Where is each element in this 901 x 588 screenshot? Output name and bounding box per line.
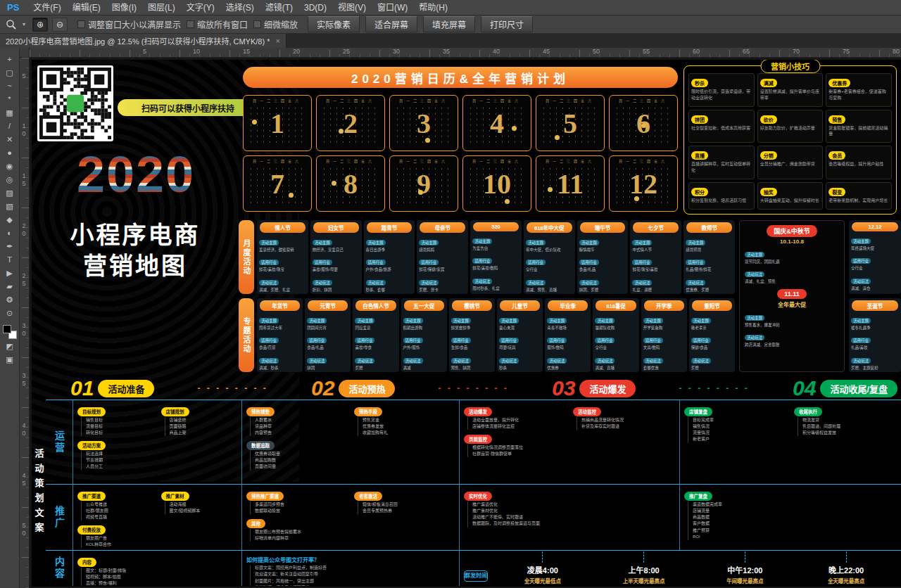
options-button[interactable]: 打印尺寸 xyxy=(481,16,533,32)
tool-marquee-tool[interactable]: ▢ xyxy=(2,67,18,79)
checkbox-box[interactable] xyxy=(253,20,261,28)
document-canvas[interactable]: 扫码可以获得小程序扶持 2020 小程序电商 营销地图 2020营销日历&全年营… xyxy=(32,60,901,587)
checkbox-box[interactable] xyxy=(77,20,85,28)
scan-hint: 扫码可以获得小程序扶持 xyxy=(118,99,258,116)
tool-crop-tool[interactable]: ▦ xyxy=(2,107,18,119)
menu-item[interactable]: 窗口(W) xyxy=(372,0,413,15)
activity-label: 适用行业 xyxy=(472,258,492,264)
activity-label: 活动玩法 xyxy=(472,279,492,284)
option-checkboxes: 调整窗口大小以满屏显示缩放所有窗口细微缩放 xyxy=(72,18,298,30)
festival-cell: 端午节活动主题粽情端午适用行业食品/礼品活动玩法拼团、买赠 xyxy=(577,220,629,294)
activities-band: 月度活动 情人节活动主题爱意经济，甜蜜营销适用行业鲜花/美妆/珠宝活动玩法满减、… xyxy=(239,220,901,372)
festival-detail: 活动玩法预售、拼团 xyxy=(451,352,493,371)
zoom-out-mode-button[interactable]: ⊖ xyxy=(52,18,68,32)
tool-shape-tool[interactable]: ▰ xyxy=(2,281,18,293)
activity-value: 囤年货过大年 xyxy=(259,326,301,331)
tool-eraser-tool[interactable]: ▨ xyxy=(2,187,18,199)
ruler-number: 15 xyxy=(20,172,27,188)
tool-move-tool[interactable]: + xyxy=(2,53,18,65)
foreground-background-swatches[interactable] xyxy=(3,325,17,339)
festival-detail: 活动主题中式情人节 xyxy=(632,234,679,253)
mindmap-item: 商品数据 xyxy=(693,514,897,520)
plan-row-operations: 运营 目标规划销售目标流量目标转化目标店铺规划店铺装修页面链路商品上架活动方案玩… xyxy=(46,400,901,484)
activity-label: 活动玩法 xyxy=(579,280,599,286)
tool-gradient-tool[interactable]: ▧ xyxy=(2,200,18,212)
tool-hand-tool[interactable]: ❂ xyxy=(2,294,18,306)
menu-item[interactable]: 图像(I) xyxy=(106,0,142,15)
festival-detail: 活动主题假期出游购 xyxy=(403,312,445,331)
tool-blur-tool[interactable]: ◆ xyxy=(2,214,18,226)
tool-brush-tool[interactable]: ● xyxy=(2,147,18,159)
timeline-time: 凌晨4:00 xyxy=(527,564,558,575)
horizontal-ruler[interactable]: 5101520253035404550556065707580 xyxy=(30,48,901,58)
mindmap-item: 目标完成率 xyxy=(693,417,787,423)
tool-zoom-tool[interactable]: ⊙ xyxy=(2,307,18,319)
mindmap-block: 预热铺垫人群蓄水货品种草内容预告 xyxy=(246,404,347,436)
qr-code xyxy=(37,65,113,141)
activity-value: 礼盒、满赠 xyxy=(632,288,679,293)
checkbox-box[interactable] xyxy=(187,20,194,28)
options-button[interactable]: 实际像素 xyxy=(308,16,360,32)
festival-detail: 活动玩法满减、预售、直播 xyxy=(526,274,573,293)
tip-card: 预售定金膨胀锁客，提前锁定活动销量 xyxy=(826,110,892,143)
phase-number: 04 xyxy=(793,376,816,400)
tool-clone-stamp-tool[interactable]: ◉ xyxy=(2,160,18,172)
tools: +▢~*▦/✕●◉◎▨▧◆◐✒T▶▰❂⊙ xyxy=(2,53,18,319)
tool-eyedropper-tool[interactable]: / xyxy=(2,120,18,132)
calendar-banner: 2020营销日历&全年营销计划 xyxy=(243,67,678,88)
quick-mask-button[interactable]: ◩ xyxy=(2,340,18,352)
foreground-color-swatch[interactable] xyxy=(3,325,11,333)
mindmap-node: 付费投放 xyxy=(77,525,106,535)
screen-mode-button[interactable]: ▣ xyxy=(2,354,18,366)
activity-value: 爱意经济，甜蜜营销 xyxy=(259,248,306,253)
tool-path-selection-tool[interactable]: ▶ xyxy=(2,267,18,279)
phase-label: 活动准备 xyxy=(98,380,154,397)
festival-cell: 元宵节活动主题团圆闹元宵适用行业食品/礼品活动玩法拼团 xyxy=(305,298,351,372)
menu-item[interactable]: 编辑(E) xyxy=(67,0,106,15)
activity-value: 暖冬礼遇季 xyxy=(851,326,899,331)
activity-value: 为爱告白 xyxy=(472,246,519,251)
festival-detail: 活动玩法满减、礼盒、预售 xyxy=(745,266,839,284)
option-checkbox[interactable]: 细微缩放 xyxy=(253,18,298,30)
menu-item[interactable]: 3D(D) xyxy=(298,0,332,15)
document-tab[interactable]: 2020小程序电商营销地图.jpg @ 12.5% (扫码可以获得小程序扶持, … xyxy=(0,34,286,48)
mindmap-item: 短视频：脚本/拍摄 xyxy=(86,574,237,580)
tool-palette: +▢~*▦/✕●◉◎▨▧◆◐✒T▶▰❂⊙ ◩ ▣ xyxy=(0,48,20,588)
tool-lasso-tool[interactable]: ~ xyxy=(2,80,18,92)
tip-card: 抽奖大转盘抽奖互动，提升停留时长 xyxy=(757,182,824,210)
festival-cell: 情人节活动主题爱意经济，甜蜜营销适用行业鲜花/美妆/珠宝活动玩法满减、买赠、礼盒 xyxy=(257,220,308,294)
festival-detail: 活动主题粽情端午 xyxy=(579,234,626,253)
tool-type-tool[interactable]: T xyxy=(2,254,18,266)
menu-item[interactable]: 帮助(H) xyxy=(413,0,453,15)
tool-history-brush-tool[interactable]: ◎ xyxy=(2,174,18,186)
menu-item[interactable]: 滤镜(T) xyxy=(260,0,298,15)
options-button[interactable]: 适合屏幕 xyxy=(365,16,417,32)
menu-item[interactable]: 图层(L) xyxy=(142,0,181,15)
tool-healing-tool[interactable]: ✕ xyxy=(2,134,18,146)
menu-item[interactable]: 文字(Y) xyxy=(181,0,220,15)
menu-item[interactable]: 视图(V) xyxy=(332,0,372,15)
tool-magic-wand-tool[interactable]: * xyxy=(2,94,18,106)
zoom-in-mode-button[interactable]: ⊕ xyxy=(32,18,48,32)
mindmap-item: 优惠券发放 xyxy=(363,423,455,430)
plan-side-label: 活动策划文案 xyxy=(32,400,46,587)
plan-cell: 如何提高公众号图文打开率？标题文案：围绕用户利益点，制造好奇欢迎语文案：新关注自… xyxy=(241,551,459,586)
menu-item[interactable]: 文件(F) xyxy=(27,0,66,15)
option-checkbox[interactable]: 缩放所有窗口 xyxy=(187,18,248,30)
photoshop-window: PS 文件(F)编辑(E)图像(I)图层(L)文字(Y)选择(S)滤镜(T)3D… xyxy=(0,0,901,588)
mindmap-item: 多渠道同步预告 xyxy=(255,501,347,508)
mindmap-items: 活动海报图文/短视频脚本 xyxy=(165,501,238,515)
vertical-ruler[interactable]: 5101520253035404550 xyxy=(20,58,30,588)
mindmap-block: 收尾执行物流发货售后跟进、问题处理积分等级权益发放 xyxy=(794,404,897,443)
mindmap-item: 新老客户 xyxy=(693,436,787,442)
tool-dodge-tool[interactable]: ◐ xyxy=(2,227,18,239)
festival-detail: 适用行业鲜花/珠宝/美妆 xyxy=(632,254,679,272)
tool-preset-caret[interactable]: ▾ xyxy=(23,21,25,27)
menu-item[interactable]: 选择(S) xyxy=(220,0,260,15)
planning-grid: 活动策划文案 运营 目标规划销售目标流量目标转化目标店铺规划店铺装修页面链路商品… xyxy=(32,400,901,587)
tab-close-icon[interactable]: × xyxy=(275,37,279,45)
tool-pen-tool[interactable]: ✒ xyxy=(2,241,18,253)
plan-cell: 实时优化推广渠道优化推广素材优化活动推广不能停、实时跟进数据跟踪，及时调整投放渠… xyxy=(459,485,679,550)
option-checkbox[interactable]: 调整窗口大小以满屏显示 xyxy=(77,18,181,30)
options-button[interactable]: 填充屏幕 xyxy=(423,16,475,32)
